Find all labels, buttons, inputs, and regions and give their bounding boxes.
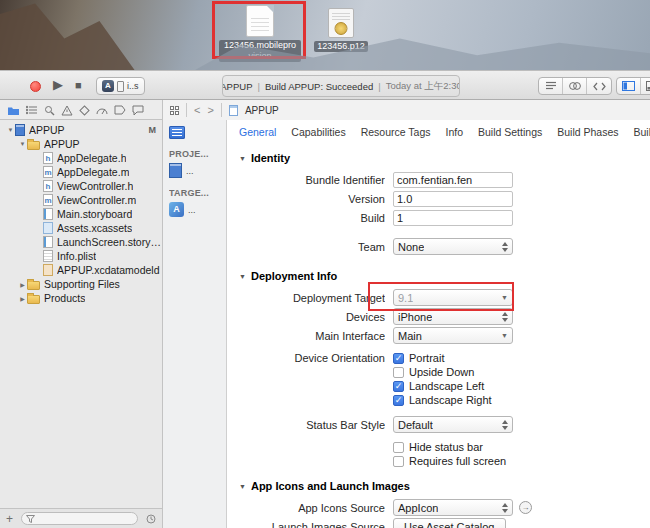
find-navigator-icon[interactable]	[44, 105, 55, 116]
sidebar-item-xcdatamodeld[interactable]: APPUP.xcdatamodeld	[0, 263, 162, 277]
targets-header: TARGE...	[169, 188, 226, 198]
jump-bar-project[interactable]: APPUP	[245, 105, 279, 116]
toggle-debug-area-button[interactable]	[641, 78, 650, 94]
team-row: Team None	[237, 237, 650, 256]
forward-button[interactable]: >	[207, 104, 213, 116]
use-asset-catalog-button[interactable]: Use Asset Catalog	[393, 518, 506, 528]
project-row[interactable]: ...	[169, 163, 226, 178]
group-folder-icon	[27, 141, 40, 150]
sidebar-item-appdelegate-h[interactable]: AppDelegate.h	[0, 151, 162, 165]
report-navigator-icon[interactable]	[132, 105, 144, 116]
tab-build-rules[interactable]: Build Rules	[634, 126, 650, 138]
dropdown-arrows-icon	[502, 503, 508, 513]
editor-tab-bar: General Capabilities Resource Tags Info …	[227, 120, 650, 144]
asset-catalog-icon	[43, 222, 53, 234]
view-toggle-buttons	[616, 77, 650, 95]
sidebar-item-project-root[interactable]: ▼ APPUP M	[0, 123, 162, 137]
sidebar-item-viewcontroller-m[interactable]: ViewController.m	[0, 193, 162, 207]
sidebar-item-main-storyboard[interactable]: Main.storyboard	[0, 207, 162, 221]
related-items-icon[interactable]	[170, 106, 179, 115]
goto-arrow-button[interactable]: →	[519, 501, 532, 514]
toggle-navigator-button[interactable]	[617, 78, 641, 94]
xcode-toolbar: ▶ ■ A i..s APPUP | Build APPUP: Succeede…	[0, 70, 650, 100]
tab-general[interactable]: General	[239, 126, 276, 138]
build-field[interactable]	[393, 210, 513, 226]
assistant-editor-button[interactable]	[563, 78, 587, 94]
sidebar-item-group-appup[interactable]: ▼ APPUP	[0, 137, 162, 151]
target-row[interactable]: A ...	[169, 202, 226, 217]
portrait-checkbox[interactable]: Portrait	[393, 352, 444, 364]
project-navigator: ▼ APPUP M ▼ APPUP AppDelegate.h	[0, 120, 163, 528]
disclosure-open-icon: ▼	[239, 273, 246, 280]
disclosure-closed-icon[interactable]: ▶	[18, 281, 27, 288]
version-label: Version	[237, 193, 385, 205]
disclosure-open-icon[interactable]: ▼	[18, 141, 27, 147]
group-folder-icon	[27, 281, 40, 290]
breakpoint-navigator-icon[interactable]	[114, 105, 126, 115]
devices-dropdown[interactable]: iPhone	[393, 308, 513, 325]
devices-label: Devices	[237, 311, 385, 323]
editor-mode-buttons	[538, 77, 612, 95]
main-interface-combo[interactable]: Main ▼	[393, 327, 513, 344]
run-button[interactable]: ▶	[53, 77, 63, 92]
landscape-right-checkbox[interactable]: Landscape Right	[393, 394, 492, 406]
debug-navigator-icon[interactable]	[96, 105, 108, 115]
landscape-left-checkbox[interactable]: Landscape Left	[393, 380, 484, 392]
identity-section-header[interactable]: ▼ Identity	[239, 150, 650, 166]
sidebar-item-appdelegate-m[interactable]: AppDelegate.m	[0, 165, 162, 179]
sidebar-item-launchscreen[interactable]: LaunchScreen.storyboard	[0, 235, 162, 249]
stop-button[interactable]: ■	[75, 79, 82, 91]
storyboard-file-icon	[43, 208, 53, 220]
tab-resource-tags[interactable]: Resource Tags	[361, 126, 431, 138]
main-interface-label: Main Interface	[237, 330, 385, 342]
app-icons-source-label: App Icons Source	[237, 502, 385, 514]
file-p12[interactable]: 123456.p12	[306, 8, 376, 52]
bundle-identifier-field[interactable]	[393, 172, 513, 188]
deployment-target-combo[interactable]: 9.1 ▼	[393, 289, 513, 306]
sidebar-item-supporting-files[interactable]: ▶ Supporting Files	[0, 277, 162, 291]
build-label: Build	[237, 212, 385, 224]
recent-files-icon[interactable]	[146, 514, 156, 524]
version-editor-button[interactable]	[587, 78, 611, 94]
add-button[interactable]: +	[6, 513, 13, 525]
app-icons-section-header[interactable]: ▼ App Icons and Launch Images	[239, 478, 650, 494]
standard-editor-button[interactable]	[539, 78, 563, 94]
tab-build-settings[interactable]: Build Settings	[478, 126, 542, 138]
tab-capabilities[interactable]: Capabilities	[291, 126, 345, 138]
app-icons-source-dropdown[interactable]: AppIcon	[393, 499, 513, 516]
project-navigator-icon[interactable]	[7, 105, 20, 116]
hide-status-bar-checkbox[interactable]: Hide status bar	[393, 441, 483, 453]
dropdown-arrows-icon	[502, 242, 508, 252]
status-bar-style-row: Status Bar Style Default	[237, 415, 650, 434]
filter-field[interactable]	[21, 512, 138, 525]
disclosure-closed-icon[interactable]: ▶	[18, 295, 27, 302]
symbol-navigator-icon[interactable]	[26, 105, 38, 115]
screen: 123456.mobileprovision 123456.p12 ▶ ■ A …	[0, 0, 650, 528]
tab-build-phases[interactable]: Build Phases	[557, 126, 618, 138]
requires-full-screen-checkbox[interactable]: Requires full screen	[393, 455, 506, 467]
sidebar-item-assets[interactable]: Assets.xcassets	[0, 221, 162, 235]
back-button[interactable]: <	[194, 104, 200, 116]
sidebar-item-viewcontroller-h[interactable]: ViewController.h	[0, 179, 162, 193]
mobileprovision-file-icon	[246, 5, 274, 37]
dropdown-arrows-icon	[502, 312, 508, 322]
status-bar-style-dropdown[interactable]: Default	[393, 416, 513, 433]
issue-navigator-icon[interactable]	[61, 105, 73, 116]
version-field[interactable]	[393, 191, 513, 207]
sidebar-item-info-plist[interactable]: Info.plist	[0, 249, 162, 263]
deployment-section-header[interactable]: ▼ Deployment Info	[239, 268, 650, 284]
source-file-icon	[43, 194, 53, 206]
tab-info[interactable]: Info	[446, 126, 464, 138]
scheme-selector[interactable]: A i..s	[96, 77, 145, 95]
team-dropdown[interactable]: None	[393, 238, 513, 255]
upside-down-checkbox[interactable]: Upside Down	[393, 366, 474, 378]
jump-bar: < > APPUP	[163, 100, 650, 120]
team-label: Team	[237, 241, 385, 253]
file-mobileprovision[interactable]: 123456.mobileprovision	[215, 5, 305, 62]
test-navigator-icon[interactable]	[79, 105, 90, 116]
disclosure-open-icon[interactable]: ▼	[6, 127, 15, 133]
document-outline-toggle-icon[interactable]	[169, 126, 185, 139]
window-close-button[interactable]	[30, 81, 41, 92]
navigator-tab-bar	[0, 100, 163, 120]
sidebar-item-products[interactable]: ▶ Products	[0, 291, 162, 305]
